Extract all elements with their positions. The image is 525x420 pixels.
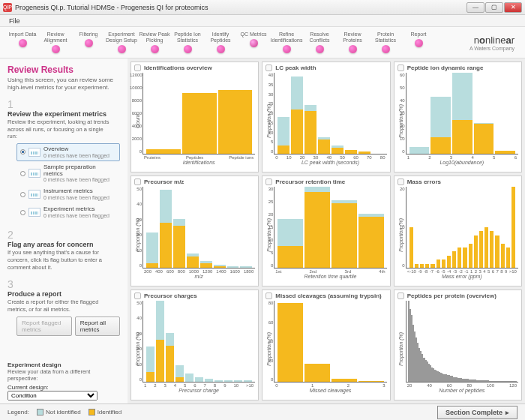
chevron-right-icon: ▸ — [506, 409, 509, 416]
page-desc: Using this screen, you can review some h… — [8, 76, 120, 92]
workflow-step-2[interactable]: Filtering — [72, 32, 105, 52]
chart-precursor-charges: Precursor chargesProportion (%)504030201… — [130, 290, 259, 400]
step3-title: Produce a report — [8, 290, 112, 298]
chart-mass-errors: Mass errorsProportion (%)20100<-10-9-8-7… — [394, 176, 522, 286]
window-title: Progenesis QI.p. Tutorial HDMSe - Progen… — [15, 4, 466, 11]
workflow-step-0[interactable]: Import Data — [6, 32, 39, 52]
metric-item-3[interactable]: Experiment metrics0 metrics have been fl… — [16, 203, 120, 221]
flag-button[interactable] — [134, 292, 141, 299]
report-all-button[interactable]: Report all metrics — [75, 316, 120, 336]
maximize-button[interactable]: ▢ — [485, 2, 503, 13]
flag-button[interactable] — [134, 64, 141, 71]
chart-identifications: Identifications overviewCount12000100008… — [130, 62, 259, 172]
flag-button[interactable] — [266, 64, 272, 71]
minimize-button[interactable]: — — [466, 2, 484, 13]
flag-button[interactable] — [266, 292, 272, 299]
brand-logo: nonlinear A Waters Company — [470, 34, 519, 51]
workflow-step-7[interactable]: QC Metrics — [237, 32, 270, 52]
page-title: Review Results — [8, 64, 120, 75]
report-flagged-button[interactable]: Report flagged metrics — [16, 316, 72, 336]
workflow-step-11[interactable]: ProteinStatistics — [369, 32, 402, 52]
chart-retention-time: Precursor retention timeProportion (%)30… — [262, 176, 390, 286]
workflow-step-4[interactable]: Review PeakPicking — [138, 32, 171, 52]
workflow-step-9[interactable]: ResolveConflicts — [303, 32, 336, 52]
workflow-step-8[interactable]: RefineIdentifications — [270, 32, 303, 52]
flag-button[interactable] — [266, 178, 272, 185]
app-icon: QIP — [3, 3, 12, 12]
step1-title: Review the experiment metrics — [8, 110, 112, 118]
flag-button[interactable] — [398, 64, 404, 71]
section-complete-button[interactable]: Section Complete▸ — [437, 406, 518, 419]
chart-dynamic-range: Peptide ion dynamic rangeProportion (%)6… — [394, 62, 522, 172]
flag-button[interactable] — [398, 292, 404, 299]
metric-item-2[interactable]: Instrument metrics0 metrics have been fl… — [16, 185, 120, 203]
chart-peptides-per-protein: Peptides per protein (overview)Proportio… — [394, 290, 522, 400]
metric-item-0[interactable]: Overview0 metrics have been flagged — [16, 143, 120, 161]
workflow-step-3[interactable]: ExperimentDesign Setup — [105, 32, 138, 52]
chart-missed-cleavages: Missed cleavages (assuming trypsin)Propo… — [262, 290, 390, 400]
legend-label: Legend: — [8, 409, 29, 416]
step2-title: Flag any areas for concern — [8, 241, 112, 248]
chart-precursor-mz: Precursor m/zProportion (%)5040302010020… — [130, 176, 259, 286]
workflow-step-6[interactable]: IdentifyPeptides — [204, 32, 237, 52]
flag-button[interactable] — [398, 178, 404, 185]
workflow-step-10[interactable]: ReviewProteins — [336, 32, 369, 52]
workflow-step-12[interactable]: Report — [402, 32, 435, 52]
chart-lc-peak-width: LC peak widthProportion (%)4035302520151… — [262, 62, 390, 172]
flag-button[interactable] — [134, 178, 141, 185]
workflow-step-5[interactable]: Peptide IonStatistics — [171, 32, 204, 52]
close-button[interactable]: ✕ — [504, 2, 522, 13]
exp-design-title: Experiment design — [8, 362, 120, 368]
menu-file[interactable]: File — [4, 16, 25, 26]
metric-item-1[interactable]: Sample preparation metrics0 metrics have… — [16, 161, 120, 186]
design-select[interactable]: Condition — [8, 391, 98, 400]
workflow-step-1[interactable]: ReviewAlignment — [39, 32, 72, 52]
